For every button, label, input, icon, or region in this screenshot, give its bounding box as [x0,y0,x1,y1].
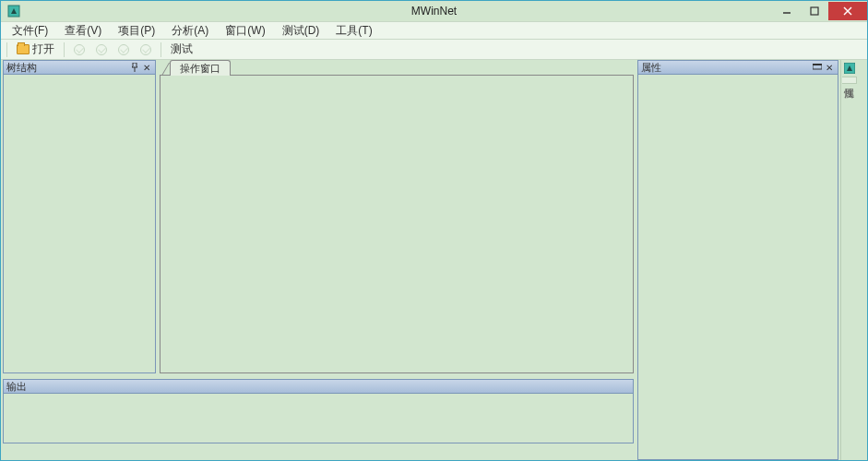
toolbar-separator [161,42,161,57]
menu-tools[interactable]: 工具(T) [328,21,379,41]
document-tab-label: 操作窗口 [180,63,220,74]
test-button[interactable]: 测试 [167,41,196,58]
window-controls [773,2,867,20]
document-tab-strip: 操作窗口 [160,60,634,75]
circle-icon [118,44,129,55]
gutter-properties-tab[interactable]: 属性 [842,77,857,84]
toolbar-action-2[interactable] [92,43,111,56]
folder-icon [17,44,30,54]
output-panel: 输出 [3,379,634,443]
menu-view[interactable]: 查看(V) [57,21,109,41]
document-tab[interactable]: 操作窗口 [170,60,231,76]
properties-panel: 属性 ✕ [637,60,840,460]
app-icon [6,4,21,18]
menu-test[interactable]: 测试(D) [275,21,327,41]
tree-panel-title: 树结构 [6,61,37,75]
autohide-icon[interactable] [812,62,823,73]
toolbar-action-4[interactable] [137,43,155,56]
open-button[interactable]: 打开 [13,41,58,58]
properties-panel-body[interactable] [637,75,838,460]
svg-rect-2 [811,7,818,15]
app-title: MWinNet [411,5,457,18]
test-label: 测试 [171,41,193,57]
tree-panel: 树结构 ✕ [1,60,156,373]
tree-panel-header[interactable]: 树结构 ✕ [3,60,156,75]
toolbar: 打开 测试 [1,40,867,60]
menu-window[interactable]: 窗口(W) [218,21,272,41]
maximize-button[interactable] [801,2,828,20]
document-area: 操作窗口 [156,60,637,373]
properties-panel-title: 属性 [641,61,661,75]
menu-file[interactable]: 文件(F) [5,21,55,41]
output-panel-body[interactable] [3,394,634,443]
tree-panel-body[interactable] [3,75,156,373]
toolbar-action-3[interactable] [114,43,133,56]
menu-project[interactable]: 项目(P) [111,21,162,41]
open-label: 打开 [32,41,54,57]
circle-icon [96,44,107,55]
menu-analyze[interactable]: 分析(A) [164,21,216,41]
properties-panel-header[interactable]: 属性 ✕ [637,60,838,75]
workspace: 树结构 ✕ 操作窗口 [1,60,867,460]
panel-close-icon[interactable]: ✕ [824,62,835,73]
circle-icon [74,44,85,55]
pin-icon[interactable] [129,62,140,73]
minimize-button[interactable] [773,2,801,20]
gutter-app-icon [843,62,856,75]
output-panel-title: 输出 [6,380,27,394]
svg-rect-6 [813,64,822,65]
output-panel-header[interactable]: 输出 [3,379,634,394]
menu-bar: 文件(F) 查看(V) 项目(P) 分析(A) 窗口(W) 测试(D) 工具(T… [1,21,867,40]
toolbar-action-1[interactable] [70,43,89,56]
right-gutter: 属性 [840,60,857,460]
panel-close-icon[interactable]: ✕ [141,62,152,73]
close-button[interactable] [828,2,867,20]
circle-icon [140,44,151,55]
document-body[interactable] [160,75,634,373]
title-bar: MWinNet [1,1,867,21]
toolbar-separator [6,42,7,57]
toolbar-separator [64,42,65,57]
